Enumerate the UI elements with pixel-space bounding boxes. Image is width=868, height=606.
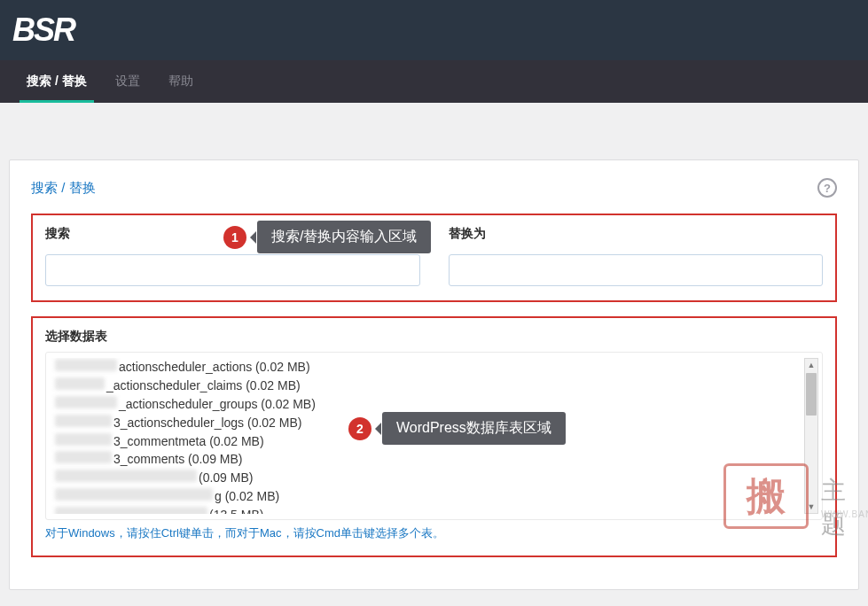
table-row[interactable]: (13.5 MB): [50, 506, 818, 514]
app-header: BSR: [0, 0, 868, 60]
table-row[interactable]: (0.09 MB): [50, 469, 818, 487]
scrollbar[interactable]: ▲ ▼: [804, 358, 818, 514]
table-row[interactable]: _actionscheduler_claims (0.02 MB): [50, 377, 818, 395]
blurred-prefix: [55, 470, 197, 482]
callout-1-label: 搜索/替换内容输入区域: [257, 221, 431, 253]
blurred-prefix: [55, 451, 112, 463]
table-row[interactable]: actionscheduler_actions (0.02 MB): [50, 358, 818, 377]
callout-1-badge: 1: [223, 226, 246, 249]
scroll-thumb[interactable]: [806, 373, 817, 416]
blurred-prefix: [55, 396, 117, 408]
scroll-down-icon[interactable]: ▼: [805, 501, 817, 513]
watermark-text: 主题: [821, 474, 853, 541]
table-row[interactable]: g (0.02 MB): [50, 487, 818, 506]
callout-2-badge: 2: [348, 417, 371, 440]
callout-2-label: WordPress数据库表区域: [382, 412, 566, 445]
blurred-prefix: [55, 359, 117, 371]
panel-heading: 搜索 / 替换 ?: [31, 178, 837, 198]
table-row-label: 3_actionscheduler_logs (0.02 MB): [113, 415, 301, 431]
table-row-label: (0.09 MB): [199, 470, 253, 486]
table-row-label: g (0.02 MB): [215, 488, 279, 505]
table-row-label: 3_comments (0.09 MB): [113, 451, 243, 468]
blurred-prefix: [55, 377, 105, 390]
help-icon[interactable]: ?: [817, 178, 837, 198]
panel-title: 搜索 / 替换: [31, 180, 96, 197]
tables-label: 选择数据表: [45, 329, 823, 345]
blurred-prefix: [55, 415, 112, 427]
table-row-label: _actionscheduler_groups (0.02 MB): [119, 396, 316, 413]
replace-input[interactable]: [449, 254, 824, 286]
blurred-prefix: [55, 488, 213, 501]
table-row[interactable]: 3_comments (0.09 MB): [50, 450, 818, 469]
main-panel: 搜索 / 替换 ? 搜索 替换为 1 搜索/替换内容输入区域 选择数据表: [9, 159, 859, 590]
app-logo: BSR: [12, 12, 74, 49]
search-replace-section: 搜索 替换为 1 搜索/替换内容输入区域: [31, 214, 837, 302]
nav-tab-help[interactable]: 帮助: [154, 60, 207, 103]
callout-2: 2 WordPress数据库表区域: [348, 412, 566, 445]
scroll-up-icon[interactable]: ▲: [805, 359, 817, 371]
table-row-label: 3_commentmeta (0.02 MB): [113, 433, 264, 450]
blurred-prefix: [55, 507, 207, 514]
table-row-label: _actionscheduler_claims (0.02 MB): [106, 377, 301, 394]
nav-tab-settings[interactable]: 设置: [101, 60, 154, 103]
page-body: 搜索 / 替换 ? 搜索 替换为 1 搜索/替换内容输入区域 选择数据表: [0, 103, 868, 599]
watermark-url: WWW.BANZHUTI.COM: [821, 509, 868, 519]
nav-bar: 搜索 / 替换 设置 帮助: [0, 60, 868, 103]
replace-field-col: 替换为: [449, 226, 824, 286]
blurred-prefix: [55, 433, 112, 446]
table-row-label: actionscheduler_actions (0.02 MB): [119, 359, 310, 376]
callout-1: 1 搜索/替换内容输入区域: [223, 221, 431, 253]
search-input[interactable]: [45, 254, 420, 286]
tables-hint: 对于Windows，请按住Ctrl键单击，而对于Mac，请按Cmd单击键选择多个…: [45, 525, 823, 541]
table-row[interactable]: _actionscheduler_groups (0.02 MB): [50, 395, 818, 414]
tables-section: 选择数据表 actionscheduler_actions (0.02 MB)_…: [31, 316, 837, 557]
replace-label: 替换为: [449, 226, 824, 242]
table-row-label: (13.5 MB): [209, 507, 263, 514]
nav-tab-search-replace[interactable]: 搜索 / 替换: [12, 60, 101, 103]
